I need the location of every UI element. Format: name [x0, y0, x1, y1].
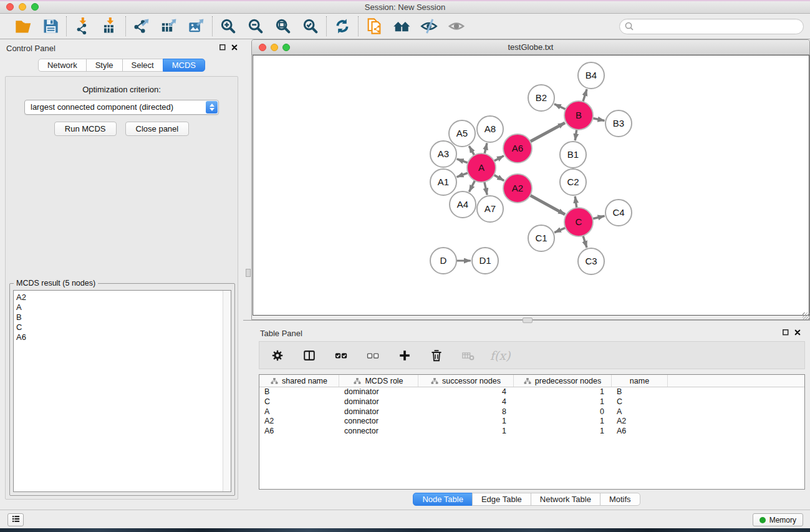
network-from-clipboard-icon[interactable]: [365, 17, 383, 36]
edge-A2-C[interactable]: [530, 195, 565, 215]
table-cell[interactable]: 1: [514, 417, 612, 427]
column-header-successor-nodes[interactable]: successor nodes: [418, 375, 514, 387]
table-cell[interactable]: 1: [514, 397, 612, 407]
table-row[interactable]: Cdominator41C: [259, 397, 804, 407]
edge-A-A1[interactable]: [457, 173, 468, 177]
show-all-networks-icon[interactable]: [392, 17, 411, 36]
table-cell[interactable]: 1: [418, 417, 514, 427]
zoom-fit-icon[interactable]: [274, 17, 292, 36]
table-cell[interactable]: connector: [339, 427, 418, 437]
graph-node-A7[interactable]: A7: [477, 196, 503, 222]
tab-node-table[interactable]: Node Table: [413, 493, 473, 506]
table-row[interactable]: Adominator80A: [259, 407, 804, 417]
network-minimize-button[interactable]: [271, 44, 278, 51]
graph-node-A6[interactable]: A6: [503, 134, 532, 163]
mcds-result-item[interactable]: A6: [16, 332, 231, 342]
graph-node-C4[interactable]: C4: [605, 200, 632, 226]
tab-network-table[interactable]: Network Table: [531, 493, 600, 506]
search-input[interactable]: [619, 19, 804, 34]
save-session-icon[interactable]: [41, 17, 60, 36]
task-history-button[interactable]: [7, 513, 24, 526]
edge-A6-B[interactable]: [530, 123, 565, 142]
zoom-in-icon[interactable]: [219, 17, 238, 36]
edge-A-A2[interactable]: [494, 175, 504, 180]
graph-node-C[interactable]: C: [564, 208, 593, 236]
edge-C-C2[interactable]: [575, 196, 577, 208]
edge-A-A4[interactable]: [469, 181, 475, 192]
deselect-all-rows-icon[interactable]: [365, 348, 380, 363]
tab-select[interactable]: Select: [122, 59, 163, 72]
mcds-result-item[interactable]: C: [16, 322, 231, 332]
table-cell[interactable]: 1: [514, 427, 612, 437]
add-column-icon[interactable]: [397, 348, 412, 363]
graph-node-B4[interactable]: B4: [578, 62, 604, 89]
memory-button[interactable]: Memory: [753, 513, 803, 526]
graph-node-C3[interactable]: C3: [578, 248, 604, 274]
table-cell[interactable]: connector: [339, 417, 418, 427]
table-cell[interactable]: A2: [612, 417, 668, 427]
split-pane-grip[interactable]: [246, 269, 251, 277]
gear-icon[interactable]: [270, 348, 285, 363]
zoom-selected-icon[interactable]: [301, 17, 320, 36]
graph-node-A8[interactable]: A8: [477, 116, 503, 142]
export-image-icon[interactable]: [187, 17, 206, 36]
result-list-scrollbar[interactable]: [223, 291, 231, 491]
horizontal-divider-grip[interactable]: [523, 317, 533, 323]
maximize-window-button[interactable]: [31, 3, 39, 11]
column-header-name[interactable]: name: [612, 375, 668, 387]
table-cell[interactable]: A6: [612, 427, 668, 437]
graph-node-C1[interactable]: C1: [528, 225, 554, 251]
close-window-button[interactable]: [6, 3, 14, 11]
graph-node-A4[interactable]: A4: [450, 191, 476, 218]
graph-node-A5[interactable]: A5: [449, 120, 475, 147]
edge-A-A8[interactable]: [485, 143, 487, 153]
tab-edge-table[interactable]: Edge Table: [472, 493, 531, 506]
network-close-button[interactable]: [259, 44, 266, 51]
graph-node-A1[interactable]: A1: [430, 169, 456, 195]
edge-B-B1[interactable]: [575, 130, 576, 140]
open-file-icon[interactable]: [14, 17, 32, 36]
column-header-shared-name[interactable]: shared name: [259, 375, 339, 387]
minimize-window-button[interactable]: [19, 3, 26, 11]
tab-network[interactable]: Network: [38, 59, 87, 72]
close-table-panel-icon[interactable]: [794, 329, 801, 338]
table-cell[interactable]: A: [612, 407, 668, 417]
graph-node-A2[interactable]: A2: [503, 174, 532, 203]
table-cell[interactable]: A6: [259, 427, 339, 437]
edge-C-C4[interactable]: [592, 216, 604, 219]
table-cell[interactable]: 1: [418, 427, 514, 437]
table-cell[interactable]: 1: [514, 387, 612, 397]
tab-motifs[interactable]: Motifs: [600, 493, 640, 506]
tab-mcds[interactable]: MCDS: [163, 59, 205, 72]
table-row[interactable]: Bdominator41B: [259, 387, 804, 397]
criterion-select[interactable]: largest connected component (directed): [24, 100, 219, 115]
graph-node-B3[interactable]: B3: [605, 110, 632, 137]
table-cell[interactable]: 4: [418, 397, 514, 407]
graph-node-D[interactable]: D: [430, 248, 456, 274]
window-resize-grip[interactable]: [803, 312, 809, 319]
run-mcds-button[interactable]: Run MCDS: [54, 122, 117, 136]
graph-node-C2[interactable]: C2: [560, 169, 586, 195]
table-cell[interactable]: B: [259, 387, 339, 397]
table-cell[interactable]: C: [612, 397, 668, 407]
float-panel-icon[interactable]: [219, 44, 226, 53]
edge-B-B2[interactable]: [554, 104, 566, 110]
float-table-panel-icon[interactable]: [782, 329, 789, 338]
column-header-predecessor-nodes[interactable]: predecessor nodes: [514, 375, 612, 387]
edge-A-A3[interactable]: [457, 159, 468, 163]
graph-node-B2[interactable]: B2: [528, 85, 554, 111]
close-panel-icon[interactable]: [231, 44, 238, 53]
table-cell[interactable]: 4: [418, 387, 514, 397]
edge-A-A5[interactable]: [469, 146, 474, 155]
export-network-icon[interactable]: [132, 17, 151, 36]
table-row[interactable]: A2connector11A2: [259, 417, 804, 427]
mcds-result-item[interactable]: A: [16, 302, 231, 312]
table-cell[interactable]: 0: [514, 407, 612, 417]
table-cell[interactable]: 8: [418, 407, 514, 417]
mcds-result-item[interactable]: A2: [16, 293, 231, 302]
select-all-rows-icon[interactable]: [334, 348, 349, 363]
table-cell[interactable]: dominator: [339, 407, 418, 417]
edge-A-A6[interactable]: [494, 156, 504, 161]
table-cell[interactable]: dominator: [339, 397, 418, 407]
mcds-result-item[interactable]: B: [16, 312, 231, 322]
